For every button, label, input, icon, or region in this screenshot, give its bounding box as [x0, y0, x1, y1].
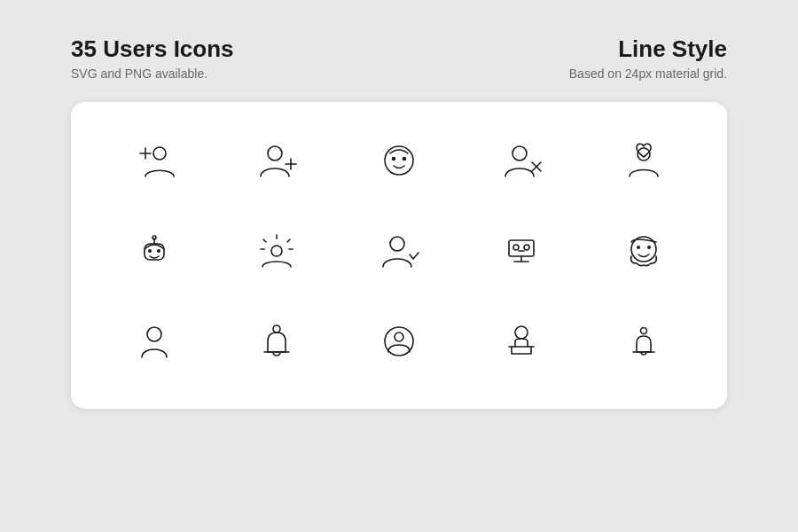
icon-user-alert [220, 210, 333, 292]
main-title: 35 Users Icons [71, 35, 234, 63]
svg-point-32 [637, 246, 640, 249]
style-subtitle: Based on 24px material grid. [569, 66, 727, 81]
svg-line-21 [263, 239, 266, 242]
svg-point-12 [638, 148, 650, 160]
svg-point-15 [157, 249, 160, 253]
svg-point-38 [395, 332, 403, 341]
svg-point-7 [393, 158, 395, 160]
icon-add-group [98, 120, 211, 201]
svg-point-17 [153, 236, 156, 239]
svg-line-20 [287, 239, 290, 242]
icon-card [71, 102, 727, 409]
icon-bell-user [220, 301, 333, 382]
icon-masked-avatar [587, 210, 700, 292]
header-left: 35 Users Icons SVG and PNG available. [71, 35, 234, 81]
svg-point-34 [147, 327, 161, 341]
svg-rect-25 [509, 240, 534, 256]
svg-point-24 [390, 237, 404, 251]
icon-grid [98, 120, 700, 382]
main-subtitle: SVG and PNG available. [71, 66, 234, 81]
style-title: Line Style [569, 35, 727, 63]
svg-point-14 [148, 249, 152, 253]
icon-small-bell-person [587, 301, 700, 382]
header-right: Line Style Based on 24px material grid. [569, 35, 727, 81]
svg-point-3 [268, 146, 282, 160]
svg-point-18 [271, 246, 282, 256]
svg-point-33 [647, 246, 651, 249]
icon-user-circle [342, 301, 456, 382]
page-header: 35 Users Icons SVG and PNG available. Li… [71, 35, 727, 81]
svg-point-35 [273, 325, 280, 332]
icon-user-check [342, 210, 456, 292]
icon-presentation-group [465, 210, 578, 292]
svg-point-41 [641, 328, 647, 334]
icon-robot [98, 210, 211, 292]
icon-add-user [220, 120, 333, 201]
icon-person-desk [465, 301, 578, 382]
svg-point-39 [515, 326, 528, 339]
icon-baby [342, 120, 456, 201]
icon-simple-person [98, 301, 211, 382]
svg-point-0 [153, 147, 166, 160]
svg-point-29 [524, 245, 529, 250]
svg-point-8 [403, 158, 406, 160]
icon-remove-user [465, 120, 578, 201]
svg-point-9 [512, 146, 527, 160]
svg-point-28 [513, 245, 519, 250]
icon-favorite-group [587, 120, 700, 201]
